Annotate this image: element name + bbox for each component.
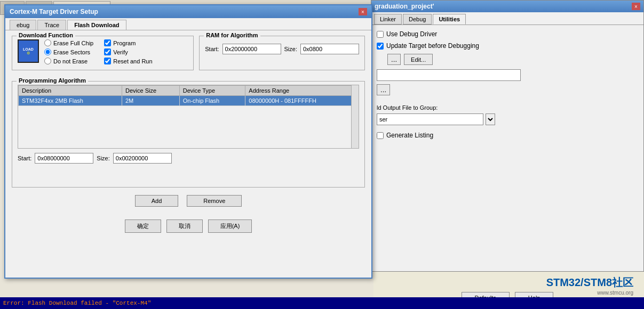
chip-icon-sub: ⚙: [27, 51, 30, 55]
remove-button[interactable]: Remove: [187, 195, 242, 207]
verify-label: Verify: [113, 49, 128, 55]
bg-window-title: graduation_project': [375, 3, 434, 10]
programming-algorithm-group: Programming Algorithm Description Device…: [12, 81, 365, 188]
erase-full-chip-radio-row: Erase Full Chip: [44, 39, 93, 46]
ram-size-label: Size:: [284, 46, 297, 52]
ram-size-input[interactable]: [300, 44, 359, 54]
prog-start-input[interactable]: [35, 153, 93, 164]
apply-button[interactable]: 应用(A): [208, 219, 252, 233]
prog-size-label: Size:: [97, 155, 109, 161]
erase-sectors-label: Erase Sectors: [53, 49, 90, 55]
use-debug-driver-label: Use Debug Driver: [386, 30, 437, 38]
prog-table-header: Description Device Size Device Type Addr…: [19, 86, 359, 96]
prog-start-size-row: Start: Size:: [18, 153, 359, 164]
ram-start-row: Start: Size:: [205, 44, 359, 54]
bg-properties-window: graduation_project' × Linker Debug Utili…: [371, 0, 644, 272]
bg-window-titlebar: graduation_project' ×: [371, 1, 643, 12]
prog-table: Description Device Size Device Type Addr…: [18, 85, 359, 106]
ram-algorithm-group: RAM for Algorithm Start: Size:: [199, 36, 365, 70]
chip-icon-label: LOAD: [23, 47, 34, 51]
dialog-bottom-buttons: 确定 取消 应用(A): [5, 214, 371, 238]
dialog-titlebar: Cortex-M Target Driver Setup ×: [5, 5, 371, 18]
stm-brand: STM32/STM8社区 www.stmcu.org: [546, 275, 633, 296]
col-device-type: Device Type: [179, 86, 245, 96]
bg-dots-button[interactable]: ...: [387, 54, 401, 65]
download-area: LOAD ⚙ Erase Full Chip Erase Sectors: [18, 39, 188, 64]
bg-tab-debug[interactable]: Debug: [403, 14, 432, 25]
cell-device-type: On-chip Flash: [179, 96, 245, 106]
bg-textbox-dots-button[interactable]: ...: [377, 84, 390, 95]
dialog-tab-debug[interactable]: ebug: [10, 20, 36, 30]
do-not-erase-radio-row: Do not Erase: [44, 58, 93, 64]
do-not-erase-radio[interactable]: [44, 58, 51, 64]
col-device-size: Device Size: [122, 86, 179, 96]
col-description: Description: [19, 86, 122, 96]
cancel-button[interactable]: 取消: [166, 219, 203, 233]
erase-sectors-radio-row: Erase Sectors: [44, 48, 93, 55]
reset-and-run-checkbox[interactable]: [104, 58, 111, 64]
bg-textbox-1: [377, 69, 521, 81]
update-target-checkbox[interactable]: [377, 43, 384, 50]
programming-algorithm-label: Programming Algorithm: [17, 77, 88, 84]
user-select-input[interactable]: [377, 113, 483, 125]
table-row[interactable]: STM32F4xx 2MB Flash 2M On-chip Flash 080…: [19, 96, 359, 106]
prog-table-scrollbar[interactable]: [351, 85, 359, 148]
prog-table-body: STM32F4xx 2MB Flash 2M On-chip Flash 080…: [19, 96, 359, 106]
use-debug-driver-row: Use Debug Driver: [377, 30, 638, 38]
program-label: Program: [113, 40, 136, 46]
bg-edit-button[interactable]: Edit...: [404, 54, 433, 65]
download-function-group: Download Function LOAD ⚙ Erase Full Chip: [12, 36, 194, 70]
do-not-erase-label: Do not Erase: [53, 58, 88, 64]
ok-button[interactable]: 确定: [125, 219, 161, 233]
dialog-tab-trace[interactable]: Trace: [37, 20, 66, 30]
program-options-group: Program Verify Reset and Run: [104, 39, 152, 64]
chip-icon-area: LOAD ⚙: [18, 39, 39, 64]
ram-start-label: Start:: [205, 46, 219, 52]
bg-close-button[interactable]: ×: [632, 3, 640, 10]
dialog-tab-flash-download[interactable]: Flash Download: [67, 20, 126, 30]
erase-full-chip-label: Erase Full Chip: [53, 40, 93, 46]
reset-and-run-label: Reset and Run: [113, 58, 152, 64]
prog-start-label: Start:: [18, 155, 31, 161]
prog-table-wrapper: Description Device Size Device Type Addr…: [18, 85, 359, 149]
add-button[interactable]: Add: [135, 195, 179, 207]
bg-content-area: Use Debug Driver Update Target before De…: [371, 25, 643, 144]
update-target-label: Update Target before Debugging: [386, 42, 479, 50]
main-dialog: Cortex-M Target Driver Setup × ebug Trac…: [4, 4, 372, 279]
dialog-body: Download Function LOAD ⚙ Erase Full Chip: [5, 30, 371, 212]
output-group-label: ld Output File to Group:: [377, 104, 438, 111]
erase-radio-group: Erase Full Chip Erase Sectors Do not Era…: [44, 39, 93, 64]
use-debug-driver-checkbox[interactable]: [377, 31, 384, 38]
generate-listing-checkbox[interactable]: [377, 132, 384, 139]
cell-description: STM32F4xx 2MB Flash: [19, 96, 122, 106]
stm-brand-sub: www.stmcu.org: [546, 290, 633, 296]
download-function-label: Download Function: [17, 32, 75, 38]
bg-tab-bar: Linker Debug Utilities: [371, 12, 643, 25]
stm-brand-text: STM32/STM8社区: [546, 275, 633, 290]
reset-and-run-checkbox-row: Reset and Run: [104, 58, 152, 64]
add-remove-button-row: Add Remove: [12, 195, 365, 207]
erase-full-chip-radio[interactable]: [44, 39, 51, 46]
erase-sectors-radio[interactable]: [44, 48, 51, 55]
user-select-dropdown[interactable]: ▼: [486, 113, 495, 125]
ram-start-input[interactable]: [222, 44, 281, 54]
cell-device-size: 2M: [122, 96, 179, 106]
generate-listing-row: Generate Listing: [377, 132, 638, 139]
col-address-range: Address Range: [245, 86, 359, 96]
chip-icon: LOAD ⚙: [18, 39, 39, 63]
dialog-close-button[interactable]: ×: [359, 8, 367, 15]
verify-checkbox-row: Verify: [104, 48, 152, 55]
program-checkbox[interactable]: [104, 39, 111, 46]
program-checkbox-row: Program: [104, 39, 152, 46]
status-bar-text: Error: Flash Download failed - "Cortex-M…: [3, 300, 151, 306]
bg-tab-linker[interactable]: Linker: [374, 14, 402, 25]
dialog-title: Cortex-M Target Driver Setup: [10, 8, 98, 15]
prog-size-input[interactable]: [113, 153, 172, 164]
update-target-row: Update Target before Debugging: [377, 42, 638, 50]
bg-tab-utilities[interactable]: Utilities: [433, 14, 466, 25]
status-bar: Error: Flash Download failed - "Cortex-M…: [0, 297, 644, 309]
dialog-tab-bar: ebug Trace Flash Download: [5, 18, 371, 30]
ram-algorithm-label: RAM for Algorithm: [204, 32, 260, 38]
generate-listing-label: Generate Listing: [386, 132, 433, 139]
verify-checkbox[interactable]: [104, 48, 111, 55]
